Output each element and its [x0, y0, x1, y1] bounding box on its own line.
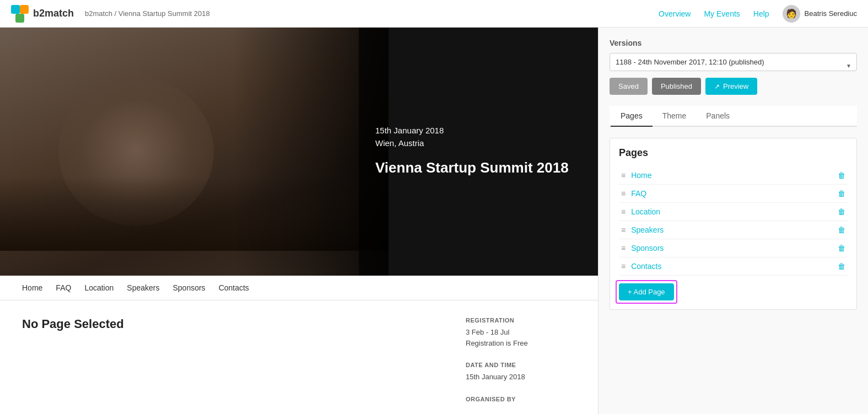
registration-dates: 3 Feb - 18 Jul — [466, 327, 576, 338]
page-name-contacts[interactable]: Contacts — [631, 262, 838, 271]
version-select-wrapper[interactable]: 1188 - 24th November 2017, 12:10 (publis… — [610, 53, 857, 78]
hero-image — [0, 28, 389, 276]
hero-text: 15th January 2018 Wien, Austria Vienna S… — [359, 28, 598, 276]
delete-icon-contacts[interactable]: 🗑 — [838, 262, 845, 271]
date-time-value: 15th January 2018 — [466, 372, 576, 383]
event-body: No Page Selected REGISTRATION 3 Feb - 18… — [0, 300, 598, 414]
registration-label: REGISTRATION — [466, 317, 576, 324]
versions-section: Versions 1188 - 24th November 2017, 12:1… — [610, 39, 857, 95]
page-name-location[interactable]: Location — [631, 207, 838, 216]
organised-by-section: ORGANISED BY — [466, 396, 576, 402]
user-section: 🧑 Beatris Serediuc — [783, 5, 857, 23]
external-link-icon: ↗ — [714, 83, 720, 90]
svg-rect-0 — [11, 5, 20, 14]
saved-button[interactable]: Saved — [610, 78, 648, 95]
logo-text: b2match — [33, 8, 74, 19]
list-item: ≡ Speakers 🗑 — [619, 221, 848, 239]
nav-my-events[interactable]: My Events — [704, 9, 740, 18]
event-hero: 15th January 2018 Wien, Austria Vienna S… — [0, 28, 598, 276]
tab-panels[interactable]: Panels — [696, 106, 740, 127]
versions-label: Versions — [610, 39, 857, 47]
event-nav-location[interactable]: Location — [84, 283, 114, 292]
version-actions: Saved Published ↗ Preview — [610, 78, 857, 95]
drag-icon[interactable]: ≡ — [621, 225, 626, 234]
version-select[interactable]: 1188 - 24th November 2017, 12:10 (publis… — [610, 53, 857, 71]
svg-rect-2 — [15, 14, 24, 23]
event-nav-faq[interactable]: FAQ — [56, 283, 71, 292]
hero-overlay — [0, 28, 389, 276]
b2match-logo-icon — [11, 5, 29, 23]
date-time-section: DATE AND TIME 15th January 2018 — [466, 362, 576, 383]
delete-icon-speakers[interactable]: 🗑 — [838, 225, 845, 234]
delete-icon-sponsors[interactable]: 🗑 — [838, 244, 845, 252]
list-item: ≡ Home 🗑 — [619, 166, 848, 185]
page-name-home[interactable]: Home — [631, 171, 838, 180]
no-page-title: No Page Selected — [22, 317, 444, 331]
pages-panel-title: Pages — [619, 147, 848, 159]
hero-title: Vienna Startup Summit 2018 — [375, 159, 581, 178]
delete-icon-location[interactable]: 🗑 — [838, 207, 845, 216]
page-name-faq[interactable]: FAQ — [631, 189, 838, 198]
nav-overview[interactable]: Overview — [659, 9, 691, 18]
list-item: ≡ Contacts 🗑 — [619, 257, 848, 276]
drag-icon[interactable]: ≡ — [621, 171, 626, 180]
published-button[interactable]: Published — [652, 78, 701, 95]
drag-icon[interactable]: ≡ — [621, 262, 626, 271]
registration-section: REGISTRATION 3 Feb - 18 Jul Registration… — [466, 317, 576, 348]
tab-theme[interactable]: Theme — [653, 106, 697, 127]
list-item: ≡ Sponsors 🗑 — [619, 239, 848, 257]
date-time-label: DATE AND TIME — [466, 362, 576, 368]
drag-icon[interactable]: ≡ — [621, 207, 626, 216]
hero-date: 15th January 2018 — [375, 126, 581, 135]
organised-by-label: ORGANISED BY — [466, 396, 576, 402]
drag-icon[interactable]: ≡ — [621, 189, 626, 198]
delete-icon-faq[interactable]: 🗑 — [838, 189, 845, 198]
delete-icon-home[interactable]: 🗑 — [838, 171, 845, 180]
page-name-speakers[interactable]: Speakers — [631, 225, 838, 234]
logo[interactable]: b2match — [11, 5, 74, 23]
event-body-right: REGISTRATION 3 Feb - 18 Jul Registration… — [466, 317, 576, 414]
panel-tabs: Pages Theme Panels — [610, 106, 857, 127]
drag-icon[interactable]: ≡ — [621, 244, 626, 252]
registration-note: Registration is Free — [466, 338, 576, 349]
user-name: Beatris Serediuc — [805, 9, 857, 18]
event-nav: Home FAQ Location Speakers Sponsors Cont… — [0, 276, 598, 300]
preview-label: Preview — [723, 82, 748, 90]
breadcrumb: b2match / Vienna Startup Summit 2018 — [85, 9, 210, 18]
event-nav-speakers[interactable]: Speakers — [127, 283, 159, 292]
event-nav-contacts[interactable]: Contacts — [219, 283, 249, 292]
avatar[interactable]: 🧑 — [783, 5, 800, 23]
event-nav-sponsors[interactable]: Sponsors — [172, 283, 205, 292]
event-body-left: No Page Selected — [22, 317, 444, 414]
page-name-sponsors[interactable]: Sponsors — [631, 244, 838, 252]
list-item: ≡ Location 🗑 — [619, 203, 848, 221]
header: b2match b2match / Vienna Startup Summit … — [0, 0, 868, 28]
svg-rect-1 — [20, 5, 29, 14]
preview-button[interactable]: ↗ Preview — [705, 78, 757, 95]
pages-panel: Pages ≡ Home 🗑 ≡ FAQ 🗑 ≡ Location 🗑 ≡ Sp… — [610, 138, 857, 310]
hero-location: Wien, Austria — [375, 138, 581, 148]
main-layout: 15th January 2018 Wien, Austria Vienna S… — [0, 28, 868, 414]
content-area: 15th January 2018 Wien, Austria Vienna S… — [0, 28, 598, 414]
header-nav: Overview My Events Help 🧑 Beatris Seredi… — [659, 5, 857, 23]
nav-help[interactable]: Help — [753, 9, 769, 18]
tab-pages[interactable]: Pages — [611, 106, 653, 127]
event-nav-home[interactable]: Home — [22, 283, 42, 292]
add-page-button[interactable]: + Add Page — [619, 283, 674, 300]
right-panel: Versions 1188 - 24th November 2017, 12:1… — [598, 28, 868, 414]
list-item: ≡ FAQ 🗑 — [619, 185, 848, 203]
add-page-wrapper: + Add Page — [619, 283, 674, 300]
